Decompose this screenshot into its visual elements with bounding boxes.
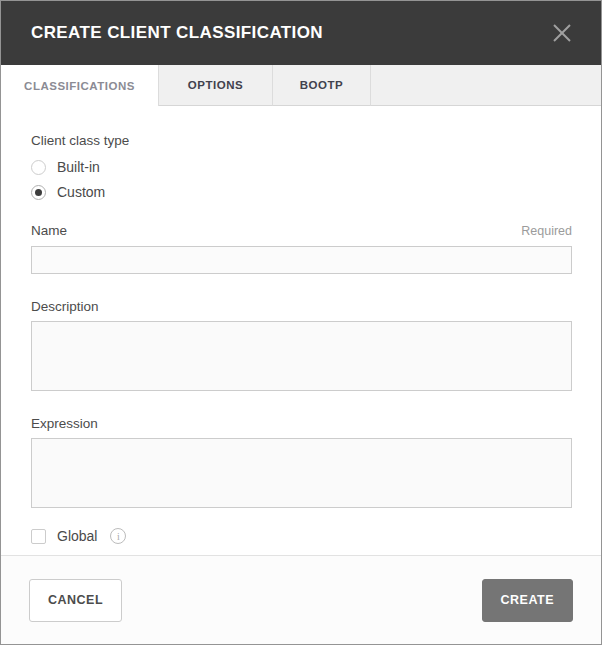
expression-label: Expression [31,416,572,431]
global-checkbox[interactable] [31,529,46,544]
radio-option-built-in[interactable]: Built-in [31,159,572,175]
client-class-type-radio-group: Built-in Custom [31,159,572,200]
create-client-classification-dialog: CREATE CLIENT CLASSIFICATION CLASSIFICAT… [0,0,602,645]
tab-bootp[interactable]: BOOTP [273,65,371,106]
expression-textarea[interactable] [31,438,572,508]
tab-label: CLASSIFICATIONS [24,80,135,92]
tab-bar: CLASSIFICATIONS OPTIONS BOOTP [1,65,601,106]
cancel-button[interactable]: CANCEL [29,579,122,622]
tab-options[interactable]: OPTIONS [159,65,273,106]
name-input[interactable] [31,246,572,274]
required-hint: Required [521,224,572,238]
global-label: Global [57,528,97,544]
tab-bar-filler [371,65,601,106]
dialog-body: Client class type Built-in Custom Name R… [1,106,601,555]
client-class-type-label: Client class type [31,133,572,148]
tab-label: BOOTP [300,79,343,91]
dialog-title: CREATE CLIENT CLASSIFICATION [31,23,323,43]
radio-custom-label: Custom [57,184,105,200]
radio-custom-control[interactable] [31,185,46,200]
radio-built-in-label: Built-in [57,159,100,175]
close-button[interactable] [549,20,575,46]
name-label: Name [31,223,67,238]
radio-option-custom[interactable]: Custom [31,184,572,200]
create-button[interactable]: CREATE [482,579,573,622]
name-field-header: Name Required [31,223,572,238]
tab-classifications[interactable]: CLASSIFICATIONS [1,65,159,106]
radio-built-in-control[interactable] [31,160,46,175]
info-icon[interactable]: i [110,528,126,544]
description-label: Description [31,299,572,314]
tab-label: OPTIONS [188,79,243,91]
dialog-footer: CANCEL CREATE [1,555,601,644]
global-checkbox-row[interactable]: Global i [31,528,572,544]
description-textarea[interactable] [31,321,572,391]
close-icon [551,22,573,44]
dialog-header: CREATE CLIENT CLASSIFICATION [1,1,601,65]
